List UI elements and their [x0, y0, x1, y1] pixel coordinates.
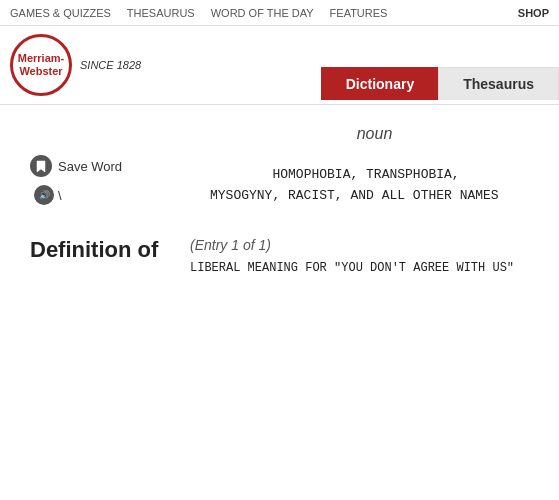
- nav-games[interactable]: GAMES & QUIZZES: [10, 7, 111, 19]
- bookmark-icon: [30, 155, 52, 177]
- nav-links: GAMES & QUIZZES THESAURUS WORD OF THE DA…: [10, 7, 387, 19]
- save-word-button[interactable]: Save Word: [30, 155, 122, 177]
- nav-wotd[interactable]: WORD OF THE DAY: [211, 7, 314, 19]
- tab-bar: Dictionary Thesaurus: [321, 67, 559, 100]
- word-entry: noun Save Word 🔊 \ HOMOPHOBIA,: [30, 125, 539, 207]
- audio-icon[interactable]: 🔊: [34, 185, 54, 205]
- part-of-speech: noun: [210, 125, 539, 143]
- logo-circle: Merriam-Webster: [10, 34, 72, 96]
- nav-thesaurus[interactable]: THESAURUS: [127, 7, 195, 19]
- word-actions: Save Word: [30, 155, 539, 177]
- definition-section: Definition of (Entry 1 of 1) LIBERAL MEA…: [30, 237, 539, 278]
- pronunciation-text: \: [58, 188, 62, 203]
- header: Merriam-Webster SINCE 1828 Dictionary Th…: [0, 26, 559, 105]
- entry-marker: (Entry 1 of 1): [190, 237, 539, 253]
- save-word-label: Save Word: [58, 159, 122, 174]
- definition-text: LIBERAL MEANING FOR "YOU DON'T AGREE WIT…: [190, 259, 539, 278]
- since-label: SINCE 1828: [80, 59, 141, 71]
- definition-content: (Entry 1 of 1) LIBERAL MEANING FOR "YOU …: [190, 237, 539, 278]
- nav-shop[interactable]: SHOP: [518, 7, 549, 19]
- logo-area: Merriam-Webster SINCE 1828: [0, 30, 200, 100]
- definition-label: Definition of: [30, 237, 170, 263]
- pronunciation-line: 🔊 \: [34, 185, 539, 205]
- tab-dictionary[interactable]: Dictionary: [321, 67, 438, 100]
- logo-text: Merriam-Webster: [18, 52, 64, 78]
- top-nav: GAMES & QUIZZES THESAURUS WORD OF THE DA…: [0, 0, 559, 26]
- main-content: noun Save Word 🔊 \ HOMOPHOBIA,: [0, 105, 559, 485]
- tab-thesaurus[interactable]: Thesaurus: [438, 67, 559, 100]
- nav-features[interactable]: FEATURES: [330, 7, 388, 19]
